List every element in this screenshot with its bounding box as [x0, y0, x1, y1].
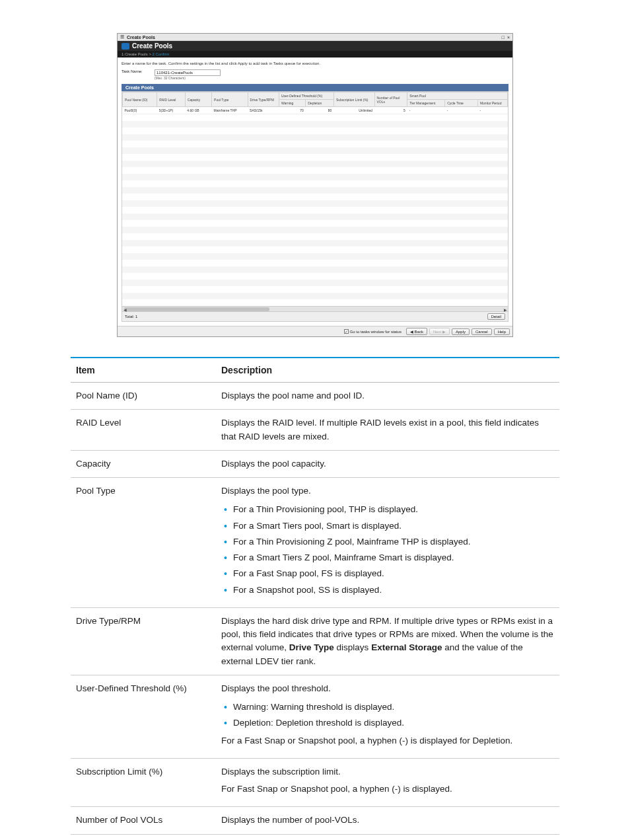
item-cell: Number of Pool VOLs: [71, 807, 216, 834]
list-item: For a Fast Snap pool, FS is displayed.: [233, 566, 554, 582]
desc-cell: Displays the RAID level. If multiple RAI…: [216, 410, 559, 451]
maximize-icon[interactable]: □: [502, 35, 505, 40]
col-drive-type: Drive Type/RPM: [248, 93, 279, 107]
desc-bold: External Storage: [371, 642, 442, 652]
list-item: For a Smart Tiers Z pool, Mainframe Smar…: [233, 550, 554, 566]
table-row: User-Defined Threshold (%) Displays the …: [71, 675, 559, 758]
table-row: RAID Level Displays the RAID level. If m…: [71, 410, 559, 451]
item-cell: Subscription Limit (%): [71, 758, 216, 807]
table-row: Drive Type/RPM Displays the hard disk dr…: [71, 607, 559, 675]
item-cell: User-Defined Threshold (%): [71, 675, 216, 758]
cell-tier-mgmt: -: [407, 107, 445, 114]
bullet-list: Warning: Warning threshold is displayed.…: [221, 699, 554, 732]
col-capacity: Capacity: [185, 93, 211, 107]
breadcrumb-sep: >: [149, 52, 151, 56]
cell-num-pool-vols: 5: [374, 107, 407, 114]
col-warning: Warning: [279, 100, 305, 107]
list-item: For a Smart Tiers pool, Smart is display…: [233, 518, 554, 534]
pools-table: Pool Name (ID) RAID Level Capacity Pool …: [122, 92, 508, 114]
task-name-hint: (Max. 32 Characters): [155, 76, 221, 80]
next-button: Next ▶: [429, 328, 450, 335]
hp-logo-icon: [122, 43, 129, 50]
desc-bold: Drive Type: [289, 642, 334, 652]
checkbox-text: Go to tasks window for status: [350, 330, 402, 334]
task-name-label: Task Name:: [122, 69, 151, 73]
item-cell: Capacity: [71, 450, 216, 477]
item-cell: Pool Name (ID): [71, 383, 216, 410]
cell-pool-name: Pool0(0): [123, 107, 157, 114]
desc-intro: Displays the subscription limit.: [221, 765, 554, 779]
item-cell: Drive Type/RPM: [71, 607, 216, 675]
scroll-left-icon[interactable]: ◀: [122, 307, 127, 312]
detail-button[interactable]: Detail: [487, 313, 505, 320]
close-icon[interactable]: ×: [507, 35, 510, 40]
table-header: Pool Name (ID) RAID Level Capacity Pool …: [123, 93, 508, 107]
cell-pool-type: Mainframe THP: [212, 107, 248, 114]
total-label: Total: 1: [125, 315, 137, 319]
desc-cell: Displays the pool name and pool ID.: [216, 383, 559, 410]
horizontal-scrollbar[interactable]: ◀ ▶: [122, 306, 508, 311]
desc-intro: Displays the pool threshold.: [221, 682, 554, 695]
dialog-header: Create Pools: [118, 41, 512, 51]
desc-cell: Displays the pool capacity.: [216, 450, 559, 477]
goto-tasks-checkbox-label[interactable]: ✓ Go to tasks window for status: [344, 329, 402, 334]
desc-cell: Displays the hard disk drive type and RP…: [216, 607, 559, 675]
list-item: Depletion: Depletion threshold is displa…: [233, 715, 554, 731]
col-pool-type: Pool Type: [212, 93, 248, 107]
desc-intro: Displays the pool type.: [221, 484, 554, 498]
desc-cell: Displays the subscription limit. For Fas…: [216, 758, 559, 807]
item-cell: RAID Level: [71, 410, 216, 451]
desc-header-desc: Description: [216, 358, 559, 383]
item-cell: Pool Type: [71, 478, 216, 608]
checkbox-icon[interactable]: ✓: [344, 329, 349, 334]
cell-raid-level: 5(3D+1P): [157, 107, 186, 114]
screenshot-panel: ☰ Create Pools □ × Create Pools 1.Create…: [117, 33, 513, 337]
list-item: For a Snapshot pool, SS is displayed.: [233, 582, 554, 598]
empty-rows-area: [122, 114, 508, 306]
col-tier-mgmt: Tier Management: [407, 100, 445, 107]
description-table: Item Description Pool Name (ID) Displays…: [71, 357, 559, 835]
apply-button[interactable]: Apply: [452, 328, 470, 335]
col-smart-pool: Smart Pool: [407, 93, 508, 100]
help-button[interactable]: Help: [494, 328, 510, 335]
back-button[interactable]: ◀ Back: [406, 328, 427, 335]
desc-outro: For Fast Snap or Snapshot pool, a hyphen…: [221, 783, 554, 796]
task-name-input[interactable]: 110421-CreatePools: [155, 69, 221, 76]
table-footer-bar: Total: 1 Detail: [122, 311, 508, 321]
table-row: Capacity Displays the pool capacity.: [71, 450, 559, 477]
table-row[interactable]: Pool0(0) 5(3D+1P) 4.60 GB Mainframe THP …: [123, 107, 508, 114]
cell-depletion: 80: [306, 107, 334, 114]
desc-cell: Displays the pool threshold. Warning: Wa…: [216, 675, 559, 758]
list-item: Warning: Warning threshold is displayed.: [233, 699, 554, 715]
col-monitor-period: Monitor Period: [477, 100, 507, 107]
table-row: Pool Type Displays the pool type. For a …: [71, 478, 559, 608]
col-num-pool-vols: Number of Pool VOLs: [374, 93, 407, 107]
table-section-title: Create Pools: [122, 84, 508, 91]
scroll-right-icon[interactable]: ▶: [503, 307, 508, 312]
window-title: Create Pools: [127, 35, 155, 40]
col-user-threshold: User-Defined Threshold (%): [279, 93, 333, 100]
table-row: Subscription Limit (%) Displays the subs…: [71, 758, 559, 807]
list-item: For a Thin Provisioning Z pool, Mainfram…: [233, 534, 554, 550]
cell-warning: 70: [279, 107, 305, 114]
cell-cycle-time: -: [445, 107, 478, 114]
col-depletion: Depletion: [306, 100, 334, 107]
desc-header-item: Item: [71, 358, 216, 383]
pin-icon[interactable]: ☰: [120, 34, 124, 40]
cell-monitor-period: -: [477, 107, 507, 114]
desc-cell: Displays the pool type. For a Thin Provi…: [216, 478, 559, 608]
cancel-button[interactable]: Cancel: [472, 328, 492, 335]
col-pool-name: Pool Name (ID): [123, 93, 157, 107]
table-row: Pool Name (ID) Displays the pool name an…: [71, 383, 559, 410]
instruction-text: Enter a name for the task. Confirm the s…: [122, 61, 508, 65]
cell-capacity: 4.60 GB: [185, 107, 211, 114]
col-cycle-time: Cycle Time: [445, 100, 478, 107]
table-row: Number of Pool VOLs Displays the number …: [71, 807, 559, 834]
desc-outro: For a Fast Snap or Snapshot pool, a hyph…: [221, 734, 554, 747]
breadcrumb-step-1: 1.Create Pools: [122, 52, 148, 56]
list-item: For a Thin Provisioning pool, THP is dis…: [233, 502, 554, 517]
dialog-title: Create Pools: [132, 42, 172, 50]
bullet-list: For a Thin Provisioning pool, THP is dis…: [221, 502, 554, 598]
desc-text: displays: [334, 642, 371, 652]
window-titlebar: ☰ Create Pools □ ×: [118, 34, 512, 41]
